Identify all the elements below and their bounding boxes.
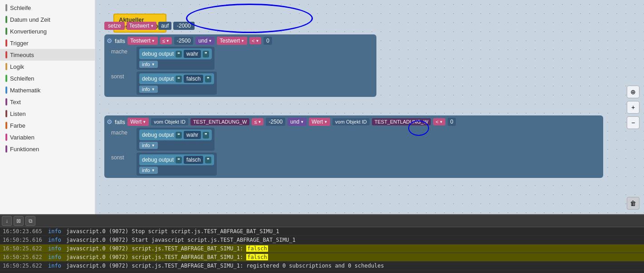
sidebar-item-timeouts[interactable]: Timeouts xyxy=(0,49,95,61)
falls1-label: falls xyxy=(115,38,125,44)
falls2-op2[interactable]: < xyxy=(433,118,445,125)
log-down-btn[interactable]: ↓ xyxy=(2,216,12,226)
falls1-val2: 0 xyxy=(263,37,272,45)
falls2-gear[interactable]: ⚙ xyxy=(107,118,112,125)
falls2-mache-info[interactable]: info xyxy=(139,142,158,149)
falls1-sonst-label: sonst xyxy=(111,72,134,80)
falls1-mache-label: mache xyxy=(111,47,134,55)
falls1-und[interactable]: und xyxy=(195,37,215,45)
falls2-mache-label: mache xyxy=(111,128,134,136)
sidebar-item-funktionen[interactable]: Funktionen xyxy=(0,143,95,155)
sidebar-item-schleife[interactable]: Schleife xyxy=(0,2,95,14)
log-time-1: 16:50:25.616 xyxy=(3,237,48,243)
sidebar-item-trigger[interactable]: Trigger xyxy=(0,37,95,49)
falls2-val2: 0 xyxy=(448,118,456,126)
right-tools: ⊕ + − xyxy=(627,86,639,129)
setze-keyword: setze xyxy=(104,22,125,30)
falls1-mache-debug: debug output ❝ wahr ❞ xyxy=(139,48,212,59)
falls2-obj-id1: TEST_ENTLADUNG_W xyxy=(190,118,250,125)
falls1-sonst-info[interactable]: info xyxy=(139,86,158,93)
log-area: ↓ ⊠ ⧉ 16:50:23.665 info javascript.0 (90… xyxy=(0,214,644,273)
falls1-gear[interactable]: ⚙ xyxy=(107,37,112,44)
falls2-sonst-debug: debug output ❝ falsch ❞ xyxy=(139,154,214,165)
sidebar-item-mathematik[interactable]: Mathematik xyxy=(0,84,95,96)
falls2-und[interactable]: und xyxy=(288,118,307,126)
zoom-in-tool[interactable]: + xyxy=(627,101,639,114)
sidebar-item-datum-und-zeit[interactable]: Datum und Zeit xyxy=(0,14,95,25)
falls2-vom-objekt1: vom Objekt ID xyxy=(151,118,188,125)
falls1-var2[interactable]: Testwert xyxy=(217,37,247,45)
falls2-op1[interactable]: ≤ xyxy=(252,118,263,125)
trash-button[interactable]: 🗑 xyxy=(627,197,639,210)
falls-block-2: ⚙ falls Wert vom Objekt ID TEST_ENTLADUN… xyxy=(104,115,603,178)
sidebar-item-variablen[interactable]: Variablen xyxy=(0,131,95,143)
log-rows-container: 16:50:23.665 info javascript.0 (9072) St… xyxy=(0,227,644,270)
falls2-label: falls xyxy=(115,119,125,125)
zoom-out-tool[interactable]: − xyxy=(627,116,639,129)
log-time-3: 16:50:25.622 xyxy=(3,254,48,260)
log-level-4: info xyxy=(48,263,66,269)
falls1-sonst-debug: debug output ❝ falsch ❞ xyxy=(139,73,214,84)
log-time-2: 16:50:25.622 xyxy=(3,245,48,252)
falls1-op1[interactable]: ≤ xyxy=(160,37,172,44)
log-level-1: info xyxy=(48,237,66,243)
log-row-3: 16:50:25.622 info javascript.0 (9072) sc… xyxy=(0,253,644,262)
value-minus2000: -2000 xyxy=(173,22,195,30)
sidebar-item-schleifen[interactable]: Schleifen xyxy=(0,72,95,84)
falls2-mache-debug: debug output ❝ wahr ❞ xyxy=(139,129,212,140)
sidebar-item-text[interactable]: Text xyxy=(0,96,95,108)
falls1-val1: -2500 xyxy=(174,37,194,45)
log-copy-btn[interactable]: ⧉ xyxy=(25,216,35,226)
log-message-1: javascript.0 (9072) Start javascript scr… xyxy=(66,237,641,243)
log-message-4: javascript.0 (9072) script.js.TEST_ABFRA… xyxy=(66,263,641,269)
falls2-val1: -2500 xyxy=(266,118,285,126)
log-level-3: info xyxy=(48,254,66,260)
log-level-2: info xyxy=(48,245,66,252)
falls2-vom-objekt2: vom Objekt ID xyxy=(332,118,370,125)
log-row-4: 16:50:25.622 info javascript.0 (9072) sc… xyxy=(0,262,644,270)
workspace: Aktueller Testwert=-2000 setze Testwert … xyxy=(95,0,644,214)
falls2-sonst-info[interactable]: info xyxy=(139,167,158,174)
falls2-wert2[interactable]: Wert xyxy=(309,118,330,126)
sidebar: Schleife Datum und Zeit Konvertierung Tr… xyxy=(0,0,95,214)
log-time-4: 16:50:25.622 xyxy=(3,263,48,269)
log-clear-btn[interactable]: ⊠ xyxy=(14,216,24,226)
falls1-var1[interactable]: Testwert xyxy=(127,37,158,45)
falls2-obj-id2: TEST_ENTLADUNG_W xyxy=(372,118,431,125)
falls1-op2[interactable]: < xyxy=(249,37,261,44)
auf-keyword: auf xyxy=(158,22,171,30)
setze-row: setze Testwert auf -2000 xyxy=(104,22,195,30)
log-message-0: javascript.0 (9072) Stop script script.j… xyxy=(66,228,641,235)
falls2-wert1[interactable]: Wert xyxy=(127,118,149,126)
log-time-0: 16:50:23.665 xyxy=(3,228,48,235)
sidebar-item-konvertierung[interactable]: Konvertierung xyxy=(0,25,95,37)
sidebar-item-listen[interactable]: Listen xyxy=(0,108,95,120)
log-row-1: 16:50:25.616 info javascript.0 (9072) St… xyxy=(0,236,644,244)
sidebar-item-logik[interactable]: Logik xyxy=(0,61,95,72)
testwert-var[interactable]: Testwert xyxy=(127,22,157,30)
canvas-area: Aktueller Testwert=-2000 setze Testwert … xyxy=(95,0,644,214)
log-toolbar: ↓ ⊠ ⧉ xyxy=(0,215,644,227)
log-message-3: javascript.0 (9072) script.js.TEST_ABFRA… xyxy=(66,254,641,260)
log-message-2: javascript.0 (9072) script.js.TEST_ABFRA… xyxy=(66,245,641,252)
falls-block-1: ⚙ falls Testwert ≤ -2500 und Testwert < … xyxy=(104,34,376,97)
log-row-0: 16:50:23.665 info javascript.0 (9072) St… xyxy=(0,227,644,236)
log-level-0: info xyxy=(48,228,66,235)
compass-tool[interactable]: ⊕ xyxy=(627,86,639,98)
annotation-circle-1 xyxy=(186,4,313,33)
log-row-2: 16:50:25.622 info javascript.0 (9072) sc… xyxy=(0,244,644,253)
sidebar-item-farbe[interactable]: Farbe xyxy=(0,120,95,131)
falls2-sonst-label: sonst xyxy=(111,153,134,161)
falls1-mache-info[interactable]: info xyxy=(139,61,158,68)
